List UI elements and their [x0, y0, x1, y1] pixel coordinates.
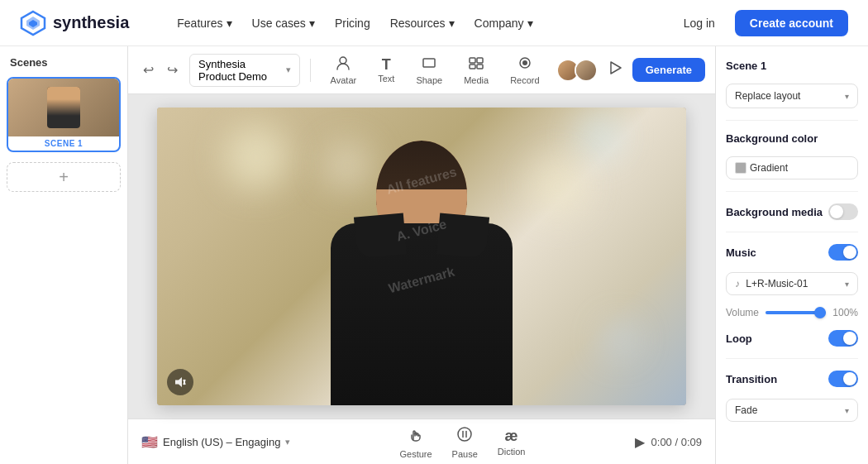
svg-rect-6: [477, 58, 483, 63]
transition-selector[interactable]: Fade ▾: [726, 399, 858, 422]
bokeh-light-1: [223, 124, 289, 190]
text-label: Text: [378, 74, 394, 84]
loop-row: Loop: [726, 330, 858, 347]
media-label: Media: [464, 75, 489, 85]
bg-media-row: Background media: [726, 203, 858, 220]
avatar-label: Avatar: [331, 75, 357, 85]
scenes-panel: Scenes SCENE 1 +: [0, 46, 128, 464]
language-flag: 🇺🇸: [141, 434, 158, 450]
transition-title: Transition: [726, 373, 777, 385]
nav-pricing[interactable]: Pricing: [327, 12, 379, 35]
svg-point-3: [340, 57, 346, 64]
toggle-knob: [843, 332, 856, 345]
chevron-down-icon: ▾: [285, 437, 290, 447]
editor-toolbar: ↩ ↪ Synthesia Product Demo ▾ Avatar T Te…: [128, 46, 715, 94]
bg-media-toggle[interactable]: [828, 203, 858, 220]
svg-rect-5: [470, 58, 475, 63]
chevron-down-icon: ▾: [286, 65, 291, 75]
pause-tool[interactable]: Pause: [452, 425, 478, 459]
chevron-down-icon: ▾: [527, 17, 533, 30]
tool-media[interactable]: Media: [454, 51, 498, 88]
color-selector[interactable]: Gradient: [726, 156, 858, 179]
gesture-label: Gesture: [399, 449, 432, 459]
nav-features[interactable]: Features ▾: [169, 12, 240, 35]
diction-icon: æ: [505, 428, 518, 445]
avatar-figure: [289, 124, 554, 405]
chevron-down-icon: ▾: [845, 92, 849, 101]
tool-shape[interactable]: Shape: [406, 51, 452, 88]
avatar-body: [331, 223, 513, 405]
playback-time: 0:00 / 0:09: [651, 436, 702, 448]
scene-section-title: Scene 1: [726, 60, 858, 72]
avatar-icon: [335, 55, 351, 74]
avatar-2: [575, 59, 598, 82]
collaborator-avatars: [556, 59, 598, 82]
tool-text[interactable]: T Text: [368, 54, 404, 87]
create-account-button[interactable]: Create account: [735, 10, 848, 36]
diction-tool[interactable]: æ Diction: [498, 428, 526, 457]
back-button[interactable]: ↩: [138, 59, 159, 81]
playback-controls: ▶ 0:00 / 0:09: [635, 434, 702, 450]
text-icon: T: [382, 57, 391, 72]
svg-point-10: [522, 60, 527, 65]
preview-play-button[interactable]: [604, 57, 626, 83]
nav-company[interactable]: Company ▾: [466, 12, 541, 35]
project-name[interactable]: Synthesia Product Demo ▾: [189, 54, 300, 87]
bg-media-title: Background media: [726, 206, 823, 218]
svg-rect-4: [423, 59, 435, 67]
nav-links: Features ▾ Use cases ▾ Pricing Resources…: [169, 12, 541, 35]
chevron-down-icon: ▾: [845, 406, 849, 415]
chevron-down-icon: ▾: [227, 17, 232, 30]
forward-button[interactable]: ↪: [162, 59, 183, 81]
nav-resources[interactable]: Resources ▾: [382, 12, 463, 35]
music-row: Music: [726, 244, 858, 261]
divider-1: [726, 120, 858, 121]
record-icon: [517, 55, 533, 74]
chevron-down-icon: ▾: [845, 280, 849, 289]
chevron-down-icon: ▾: [449, 17, 455, 30]
playback-play-button[interactable]: ▶: [635, 434, 645, 450]
music-toggle[interactable]: [828, 244, 858, 261]
video-canvas: All features A. Voice Watermark: [157, 108, 686, 405]
tool-avatar[interactable]: Avatar: [321, 51, 367, 88]
volume-slider[interactable]: [765, 311, 826, 314]
nav-use-cases[interactable]: Use cases ▾: [244, 12, 323, 35]
video-area: All features A. Voice Watermark: [128, 94, 715, 419]
svg-rect-7: [470, 65, 475, 69]
tool-record[interactable]: Record: [500, 51, 549, 88]
loop-toggle[interactable]: [828, 330, 858, 347]
scene-thumbnail: [8, 79, 119, 136]
language-label: English (US) – Engaging: [163, 436, 280, 448]
bottom-tools: Gesture Pause æ Diction: [399, 425, 525, 459]
toggle-knob: [830, 205, 843, 218]
gesture-icon: [407, 425, 425, 447]
svg-rect-8: [477, 65, 483, 69]
pause-icon: [455, 425, 474, 447]
chevron-down-icon: ▾: [309, 17, 315, 30]
svg-marker-11: [611, 62, 621, 74]
language-selector[interactable]: 🇺🇸 English (US) – Engaging ▾: [141, 434, 290, 450]
nav-right: Log in Create account: [674, 10, 848, 36]
transition-toggle[interactable]: [828, 371, 858, 387]
music-track-selector[interactable]: ♪ L+R-Music-01 ▾: [726, 272, 858, 295]
shape-label: Shape: [416, 75, 442, 85]
login-button[interactable]: Log in: [674, 12, 725, 35]
shape-icon: [421, 55, 437, 74]
top-navigation: synthesia Features ▾ Use cases ▾ Pricing…: [0, 0, 868, 46]
toolbar-nav: ↩ ↪: [138, 59, 183, 81]
generate-button[interactable]: Generate: [632, 58, 705, 82]
color-swatch: [735, 162, 746, 174]
add-scene-button[interactable]: +: [7, 162, 121, 192]
layout-dropdown[interactable]: Replace layout ▾: [726, 84, 858, 108]
right-panel: Scene 1 Replace layout ▾ Background colo…: [715, 46, 868, 464]
divider-4: [726, 358, 858, 359]
divider-3: [726, 232, 858, 232]
loop-title: Loop: [726, 332, 752, 345]
gesture-tool[interactable]: Gesture: [399, 425, 432, 459]
logo[interactable]: synthesia: [20, 10, 129, 36]
bg-color-title: Background color: [726, 132, 858, 145]
transition-row: Transition: [726, 371, 858, 387]
bottom-bar: 🇺🇸 English (US) – Engaging ▾ Gesture Pau…: [128, 419, 715, 464]
scene-item-1[interactable]: SCENE 1: [7, 77, 121, 152]
toolbar-separator: [310, 59, 311, 82]
